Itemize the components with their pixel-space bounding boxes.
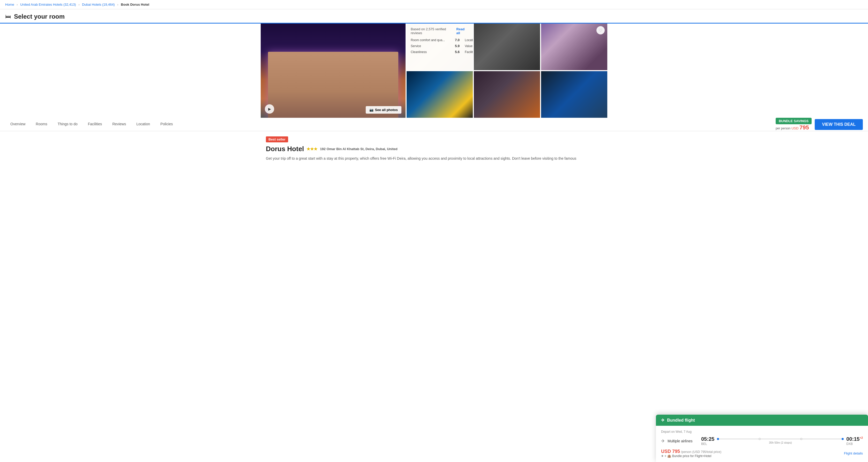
breadcrumb-uae[interactable]: United Arab Emirates Hotels (32,413) — [20, 3, 77, 6]
ratings-based-on: Based on 2,575 verified reviews — [411, 27, 456, 35]
rating-score: 5.9 — [452, 44, 460, 48]
bundle-price: per person USD 795 — [776, 124, 812, 131]
hotel-name-row: Dorus Hotel ★★★ 192 Omar Bin Al Khattab … — [266, 145, 602, 153]
breadcrumb-sep-3: › — [117, 3, 118, 6]
rating-row: Location 6.6 — [465, 38, 473, 42]
rating-score: 5.6 — [452, 50, 460, 54]
rating-row: Cleanliness 5.6 — [411, 50, 460, 54]
nav-tab-facilities[interactable]: Facilities — [83, 118, 107, 131]
gallery-cell-2[interactable] — [474, 24, 540, 70]
breadcrumb-dubai[interactable]: Dubai Hotels (19,464) — [82, 3, 116, 6]
nav-tab-reviews[interactable]: Reviews — [107, 118, 131, 131]
ratings-grid: Room comfort and qua... 7.0 Location 6.6… — [411, 38, 469, 56]
nav-tab-policies[interactable]: Policies — [155, 118, 178, 131]
play-video-button[interactable]: ▶ — [265, 104, 274, 114]
page-header: 🛏 Select your room — [0, 9, 868, 24]
rating-row: Room comfort and qua... 7.0 — [411, 38, 460, 42]
gallery-cell-4[interactable] — [407, 71, 473, 118]
hotel-address: 192 Omar Bin Al Khattab St, Deira, Dubai… — [320, 147, 397, 151]
rating-row: Service 5.9 — [411, 44, 460, 48]
content-area: Best seller Dorus Hotel ★★★ 192 Omar Bin… — [261, 131, 607, 167]
bundle-savings-label: BUNDLE SAVINGS — [776, 118, 812, 124]
rating-score: 7.0 — [452, 38, 460, 42]
best-seller-badge: Best seller — [266, 136, 288, 142]
gallery-cell-1[interactable]: Based on 2,575 verified reviews Read all… — [407, 24, 473, 70]
gallery-cell-6[interactable] — [541, 71, 607, 118]
nav-tabs-bar: OverviewRoomsThings to doFacilitiesRevie… — [0, 118, 868, 131]
nav-tab-things-to-do[interactable]: Things to do — [53, 118, 83, 131]
breadcrumb-sep-2: › — [79, 3, 80, 6]
nav-tab-location[interactable]: Location — [131, 118, 155, 131]
hotel-description: Get your trip off to a great start with … — [266, 155, 602, 161]
see-all-photos-button[interactable]: 📷 See all photos — [366, 106, 401, 114]
nav-tab-overview[interactable]: Overview — [5, 118, 31, 131]
rating-label: Cleanliness — [411, 50, 448, 54]
photo-gallery: ▶ 📷 See all photos Based on 2,575 verifi… — [261, 24, 607, 118]
breadcrumb-sep-1: › — [17, 3, 18, 6]
rating-label: Service — [411, 44, 448, 48]
gallery-main-image[interactable]: ▶ 📷 See all photos — [261, 24, 406, 118]
gallery-cell-5[interactable] — [474, 71, 540, 118]
nav-tab-rooms[interactable]: Rooms — [31, 118, 52, 131]
hotel-stars: ★★★ — [307, 146, 317, 151]
rating-label: Location — [465, 38, 473, 42]
rating-label: Facilities — [465, 50, 473, 54]
nav-tabs: OverviewRoomsThings to doFacilitiesRevie… — [5, 118, 776, 131]
bed-icon: 🛏 — [5, 13, 11, 20]
rating-row: Value for money 5.8 — [465, 44, 473, 48]
rating-label: Room comfort and qua... — [411, 38, 448, 42]
read-all-reviews-link[interactable]: Read all — [456, 27, 469, 35]
breadcrumb-current: Book Dorus Hotel — [121, 3, 149, 6]
gallery-cell-3[interactable]: ♡ — [541, 24, 607, 70]
favorite-button[interactable]: ♡ — [596, 26, 605, 34]
rating-row: Facilities 5.4 — [465, 50, 473, 54]
page-title: Select your room — [14, 13, 65, 20]
breadcrumb: Home › United Arab Emirates Hotels (32,4… — [0, 0, 868, 9]
breadcrumb-home[interactable]: Home — [5, 3, 14, 6]
camera-icon: 📷 — [369, 108, 373, 112]
rating-label: Value for money — [465, 44, 473, 48]
hotel-name-text: Dorus Hotel — [266, 145, 304, 153]
bundle-deal-section: BUNDLE SAVINGS per person USD 795 VIEW T… — [776, 118, 863, 131]
ratings-overlay: Based on 2,575 verified reviews Read all… — [407, 24, 473, 70]
view-deal-button[interactable]: VIEW THIS DEAL — [815, 119, 863, 130]
